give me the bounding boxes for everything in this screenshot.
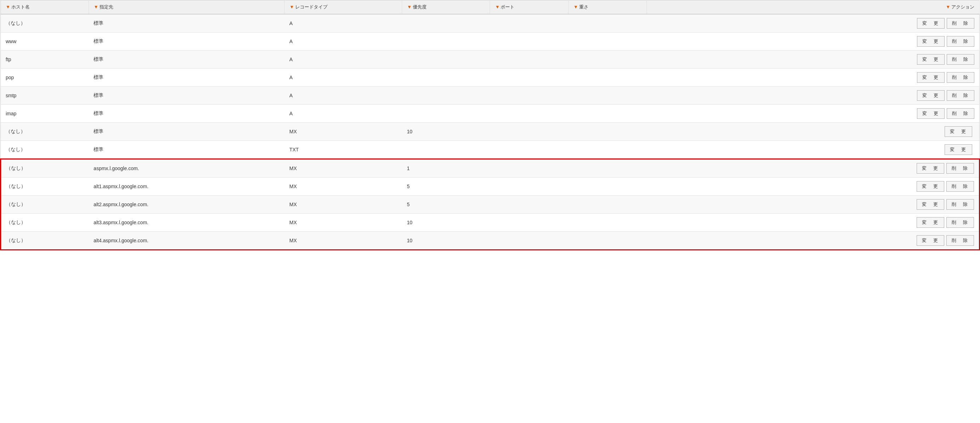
- port-cell: [490, 14, 568, 33]
- change-button[interactable]: 変 更: [916, 217, 944, 228]
- delete-button[interactable]: 削 除: [947, 217, 974, 228]
- delete-button[interactable]: 削 除: [947, 54, 974, 65]
- hostname-cell: （なし）: [1, 123, 89, 141]
- action-cell: 変 更削 除: [646, 196, 979, 214]
- change-button[interactable]: 変 更: [917, 90, 945, 101]
- action-cell: 変 更削 除: [646, 87, 979, 105]
- priority-cell: [402, 105, 490, 123]
- target-cell: alt1.aspmx.l.google.com.: [89, 177, 284, 196]
- delete-button[interactable]: 削 除: [947, 36, 974, 47]
- col-header-port: ▼ポート: [490, 0, 568, 14]
- action-cell: 変 更削 除: [646, 33, 979, 51]
- weight-cell: [568, 232, 646, 250]
- port-cell: [490, 51, 568, 69]
- table-row: smtp標準A変 更削 除: [1, 87, 980, 105]
- table-row: （なし）標準A変 更削 除: [1, 14, 980, 33]
- col-header-weight: ▼重さ: [568, 0, 646, 14]
- target-cell: alt2.aspmx.l.google.com.: [89, 196, 284, 214]
- change-button[interactable]: 変 更: [916, 163, 944, 174]
- rectype-cell: MX: [284, 232, 402, 250]
- priority-cell: [402, 14, 490, 33]
- delete-button[interactable]: 削 除: [947, 199, 974, 210]
- rectype-cell: A: [284, 33, 402, 51]
- change-button[interactable]: 変 更: [917, 54, 945, 65]
- col-header-hostname: ▼ホスト名: [1, 0, 89, 14]
- table-row: imap標準A変 更削 除: [1, 105, 980, 123]
- change-button[interactable]: 変 更: [916, 235, 944, 246]
- action-cell: 変 更削 除: [646, 14, 979, 33]
- port-cell: [490, 177, 568, 196]
- sort-icon-rectype: ▼: [290, 4, 294, 10]
- delete-button[interactable]: 削 除: [947, 181, 974, 192]
- hostname-cell: （なし）: [1, 196, 89, 214]
- port-cell: [490, 123, 568, 141]
- hostname-cell: www: [1, 33, 89, 51]
- delete-button[interactable]: 削 除: [947, 108, 974, 119]
- weight-cell: [568, 14, 646, 33]
- change-button[interactable]: 変 更: [917, 72, 945, 83]
- port-cell: [490, 159, 568, 177]
- target-cell: 標準: [89, 51, 284, 69]
- weight-cell: [568, 123, 646, 141]
- priority-cell: 10: [402, 232, 490, 250]
- action-cell: 変 更: [646, 123, 979, 141]
- weight-cell: [568, 87, 646, 105]
- weight-cell: [568, 159, 646, 177]
- action-cell: 変 更削 除: [646, 177, 979, 196]
- action-cell: 変 更削 除: [646, 232, 979, 250]
- weight-cell: [568, 177, 646, 196]
- table-row: pop標準A変 更削 除: [1, 69, 980, 87]
- col-header-target: ▼指定先: [89, 0, 284, 14]
- rectype-cell: MX: [284, 177, 402, 196]
- action-cell: 変 更削 除: [646, 105, 979, 123]
- col-header-priority: ▼優先度: [402, 0, 490, 14]
- weight-cell: [568, 196, 646, 214]
- target-cell: 標準: [89, 105, 284, 123]
- priority-cell: 1: [402, 159, 490, 177]
- delete-button[interactable]: 削 除: [947, 235, 974, 246]
- change-button[interactable]: 変 更: [945, 144, 972, 155]
- rectype-cell: TXT: [284, 141, 402, 159]
- change-button[interactable]: 変 更: [917, 18, 945, 29]
- hostname-cell: ftp: [1, 51, 89, 69]
- rectype-cell: A: [284, 105, 402, 123]
- hostname-cell: smtp: [1, 87, 89, 105]
- rectype-cell: A: [284, 14, 402, 33]
- delete-button[interactable]: 削 除: [947, 72, 974, 83]
- sort-icon-priority: ▼: [407, 4, 412, 10]
- table-row: （なし）aspmx.l.google.com.MX1変 更削 除: [1, 159, 980, 177]
- weight-cell: [568, 51, 646, 69]
- delete-button[interactable]: 削 除: [947, 18, 974, 29]
- delete-button[interactable]: 削 除: [947, 90, 974, 101]
- rectype-cell: A: [284, 87, 402, 105]
- weight-cell: [568, 69, 646, 87]
- table-header: ▼ホスト名 ▼指定先 ▼レコードタイプ ▼優先度 ▼ポート ▼重さ: [1, 0, 980, 14]
- hostname-cell: （なし）: [1, 14, 89, 33]
- action-cell: 変 更削 除: [646, 69, 979, 87]
- sort-icon-weight: ▼: [574, 4, 578, 10]
- action-cell: 変 更削 除: [646, 51, 979, 69]
- change-button[interactable]: 変 更: [916, 199, 944, 210]
- target-cell: alt3.aspmx.l.google.com.: [89, 214, 284, 232]
- table-row: （なし）alt4.aspmx.l.google.com.MX10変 更削 除: [1, 232, 980, 250]
- priority-cell: 10: [402, 214, 490, 232]
- target-cell: 標準: [89, 87, 284, 105]
- change-button[interactable]: 変 更: [917, 108, 945, 119]
- rectype-cell: MX: [284, 214, 402, 232]
- priority-cell: 5: [402, 196, 490, 214]
- delete-button[interactable]: 削 除: [947, 163, 974, 174]
- port-cell: [490, 141, 568, 159]
- hostname-cell: （なし）: [1, 141, 89, 159]
- col-header-rectype: ▼レコードタイプ: [284, 0, 402, 14]
- change-button[interactable]: 変 更: [917, 36, 945, 47]
- hostname-cell: imap: [1, 105, 89, 123]
- weight-cell: [568, 214, 646, 232]
- table-row: （なし）標準TXT変 更: [1, 141, 980, 159]
- target-cell: 標準: [89, 141, 284, 159]
- change-button[interactable]: 変 更: [916, 181, 944, 192]
- change-button[interactable]: 変 更: [945, 126, 972, 137]
- sort-icon-action: ▼: [946, 4, 950, 10]
- table-row: （なし）alt1.aspmx.l.google.com.MX5変 更削 除: [1, 177, 980, 196]
- action-cell: 変 更削 除: [646, 214, 979, 232]
- hostname-cell: （なし）: [1, 177, 89, 196]
